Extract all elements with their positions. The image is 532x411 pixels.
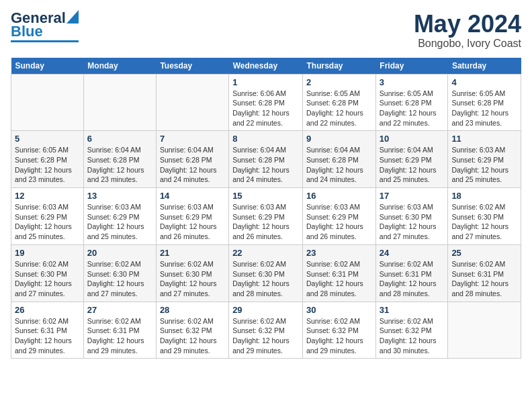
day-number: 30 (306, 305, 372, 315)
sunset-text: Sunset: 6:29 PM (160, 213, 212, 221)
sunrise-text: Sunrise: 6:02 AM (160, 260, 214, 268)
header-monday: Monday (83, 58, 156, 75)
sunrise-text: Sunrise: 6:04 AM (380, 146, 433, 154)
sunrise-text: Sunrise: 6:03 AM (380, 203, 433, 211)
day-info: Sunrise: 6:02 AM Sunset: 6:30 PM Dayligh… (160, 259, 225, 299)
day-info: Sunrise: 6:02 AM Sunset: 6:31 PM Dayligh… (380, 259, 445, 299)
daylight-text: Daylight: 12 hours and 22 minutes. (232, 109, 290, 127)
calendar-cell: 30 Sunrise: 6:02 AM Sunset: 6:32 PM Dayl… (303, 302, 376, 359)
day-number: 4 (451, 77, 517, 87)
sunset-text: Sunset: 6:31 PM (15, 326, 67, 334)
day-info: Sunrise: 6:04 AM Sunset: 6:28 PM Dayligh… (232, 145, 299, 185)
calendar-cell: 29 Sunrise: 6:02 AM Sunset: 6:32 PM Dayl… (229, 302, 303, 359)
sunset-text: Sunset: 6:28 PM (306, 156, 359, 164)
day-number: 14 (160, 191, 225, 201)
day-number: 2 (306, 77, 372, 87)
day-number: 20 (87, 248, 152, 258)
sunset-text: Sunset: 6:28 PM (15, 156, 67, 164)
sunset-text: Sunset: 6:29 PM (306, 213, 359, 221)
day-info: Sunrise: 6:02 AM Sunset: 6:32 PM Dayligh… (232, 316, 299, 356)
calendar-cell (156, 74, 228, 131)
daylight-text: Daylight: 12 hours and 28 minutes. (451, 279, 508, 298)
day-info: Sunrise: 6:02 AM Sunset: 6:30 PM Dayligh… (15, 259, 80, 299)
calendar-table: Sunday Monday Tuesday Wednesday Thursday… (11, 58, 521, 359)
day-info: Sunrise: 6:03 AM Sunset: 6:29 PM Dayligh… (87, 202, 152, 242)
sunset-text: Sunset: 6:29 PM (232, 213, 285, 221)
header-wednesday: Wednesday (229, 58, 303, 75)
calendar-cell: 19 Sunrise: 6:02 AM Sunset: 6:30 PM Dayl… (11, 244, 84, 302)
calendar-cell: 17 Sunrise: 6:03 AM Sunset: 6:30 PM Dayl… (375, 188, 448, 245)
day-info: Sunrise: 6:04 AM Sunset: 6:29 PM Dayligh… (380, 145, 445, 185)
sunrise-text: Sunrise: 6:02 AM (306, 260, 360, 268)
sunrise-text: Sunrise: 6:06 AM (232, 89, 286, 97)
calendar-week-row: 5 Sunrise: 6:05 AM Sunset: 6:28 PM Dayli… (11, 131, 521, 188)
sunrise-text: Sunrise: 6:04 AM (306, 146, 360, 154)
calendar-body: 1 Sunrise: 6:06 AM Sunset: 6:28 PM Dayli… (11, 74, 521, 359)
day-number: 27 (87, 305, 152, 315)
sunrise-text: Sunrise: 6:03 AM (232, 203, 286, 211)
daylight-text: Daylight: 12 hours and 23 minutes. (15, 166, 72, 184)
day-info: Sunrise: 6:04 AM Sunset: 6:28 PM Dayligh… (87, 145, 152, 185)
header-thursday: Thursday (303, 58, 376, 75)
sunrise-text: Sunrise: 6:02 AM (306, 317, 360, 325)
calendar-week-row: 12 Sunrise: 6:03 AM Sunset: 6:29 PM Dayl… (11, 188, 521, 245)
sunrise-text: Sunrise: 6:02 AM (232, 317, 286, 325)
day-number: 17 (380, 191, 445, 201)
sunrise-text: Sunrise: 6:02 AM (160, 317, 214, 325)
daylight-text: Daylight: 12 hours and 24 minutes. (160, 166, 217, 184)
logo-blue-text: Blue (11, 24, 43, 39)
day-number: 29 (232, 305, 299, 315)
calendar-cell: 15 Sunrise: 6:03 AM Sunset: 6:29 PM Dayl… (229, 188, 303, 245)
weekday-header-row: Sunday Monday Tuesday Wednesday Thursday… (11, 58, 521, 75)
day-number: 18 (451, 191, 517, 201)
calendar-cell: 21 Sunrise: 6:02 AM Sunset: 6:30 PM Dayl… (156, 244, 228, 302)
calendar-cell: 20 Sunrise: 6:02 AM Sunset: 6:30 PM Dayl… (83, 244, 156, 302)
sunset-text: Sunset: 6:31 PM (380, 270, 432, 278)
sunrise-text: Sunrise: 6:02 AM (232, 260, 286, 268)
calendar-cell: 31 Sunrise: 6:02 AM Sunset: 6:32 PM Dayl… (375, 302, 448, 359)
header-friday: Friday (375, 58, 448, 75)
daylight-text: Daylight: 12 hours and 28 minutes. (306, 279, 363, 298)
day-info: Sunrise: 6:02 AM Sunset: 6:30 PM Dayligh… (451, 202, 517, 242)
sunset-text: Sunset: 6:30 PM (15, 270, 67, 278)
sunset-text: Sunset: 6:32 PM (306, 326, 359, 334)
calendar-cell: 10 Sunrise: 6:04 AM Sunset: 6:29 PM Dayl… (375, 131, 448, 188)
calendar-cell (448, 302, 521, 359)
sunset-text: Sunset: 6:28 PM (232, 99, 285, 107)
day-info: Sunrise: 6:05 AM Sunset: 6:28 PM Dayligh… (380, 89, 445, 128)
calendar-cell: 25 Sunrise: 6:02 AM Sunset: 6:31 PM Dayl… (448, 244, 521, 302)
page-header: General Blue May 2024 Bongobo, Ivory Coa… (11, 11, 521, 50)
calendar-cell: 23 Sunrise: 6:02 AM Sunset: 6:31 PM Dayl… (303, 244, 376, 302)
sunset-text: Sunset: 6:28 PM (160, 156, 212, 164)
day-info: Sunrise: 6:05 AM Sunset: 6:28 PM Dayligh… (306, 89, 372, 128)
sunset-text: Sunset: 6:31 PM (87, 326, 140, 334)
sunset-text: Sunset: 6:30 PM (451, 213, 504, 221)
day-info: Sunrise: 6:02 AM Sunset: 6:31 PM Dayligh… (451, 259, 517, 299)
day-number: 13 (87, 191, 152, 201)
calendar-cell: 8 Sunrise: 6:04 AM Sunset: 6:28 PM Dayli… (229, 131, 303, 188)
day-number: 3 (380, 77, 445, 87)
calendar-cell: 26 Sunrise: 6:02 AM Sunset: 6:31 PM Dayl… (11, 302, 84, 359)
daylight-text: Daylight: 12 hours and 26 minutes. (232, 222, 290, 240)
day-number: 10 (380, 134, 445, 144)
day-info: Sunrise: 6:02 AM Sunset: 6:31 PM Dayligh… (87, 316, 152, 356)
sunrise-text: Sunrise: 6:05 AM (15, 146, 69, 154)
daylight-text: Daylight: 12 hours and 29 minutes. (232, 336, 290, 355)
daylight-text: Daylight: 12 hours and 27 minutes. (15, 279, 72, 298)
daylight-text: Daylight: 12 hours and 27 minutes. (380, 222, 437, 240)
sunrise-text: Sunrise: 6:02 AM (15, 317, 69, 325)
calendar-cell: 11 Sunrise: 6:03 AM Sunset: 6:29 PM Dayl… (448, 131, 521, 188)
calendar-cell: 5 Sunrise: 6:05 AM Sunset: 6:28 PM Dayli… (11, 131, 84, 188)
day-info: Sunrise: 6:03 AM Sunset: 6:29 PM Dayligh… (451, 145, 517, 185)
sunset-text: Sunset: 6:29 PM (451, 156, 504, 164)
sunrise-text: Sunrise: 6:04 AM (87, 146, 141, 154)
sunrise-text: Sunrise: 6:02 AM (451, 260, 505, 268)
sunrise-text: Sunrise: 6:05 AM (306, 89, 360, 97)
day-info: Sunrise: 6:02 AM Sunset: 6:30 PM Dayligh… (232, 259, 299, 299)
daylight-text: Daylight: 12 hours and 25 minutes. (380, 166, 437, 184)
sunset-text: Sunset: 6:32 PM (232, 326, 285, 334)
sunrise-text: Sunrise: 6:03 AM (306, 203, 360, 211)
sunrise-text: Sunrise: 6:03 AM (87, 203, 141, 211)
daylight-text: Daylight: 12 hours and 28 minutes. (232, 279, 290, 298)
daylight-text: Daylight: 12 hours and 26 minutes. (306, 222, 363, 240)
